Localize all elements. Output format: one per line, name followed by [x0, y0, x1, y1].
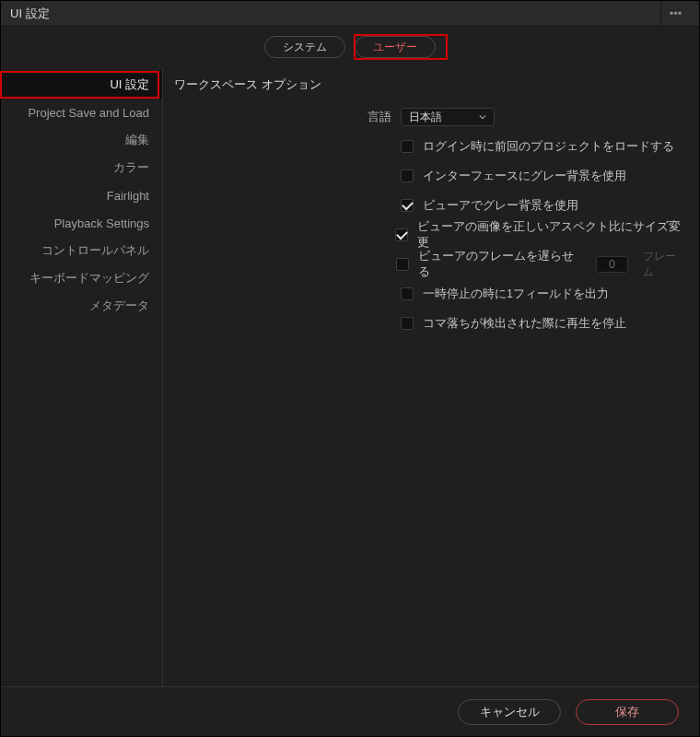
save-button[interactable]: 保存: [576, 699, 679, 725]
label-viewer-correct-aspect: ビューアの画像を正しいアスペクト比にサイズ変更: [417, 219, 686, 251]
settings-panel: ワークスペース オプション 言語 日本語 ログイン時に前回のプロジェクトをロード…: [162, 67, 686, 686]
sidebar-item-project-save-and-load[interactable]: Project Save and Load: [1, 99, 162, 126]
checkbox-viewer-gray-bg[interactable]: [401, 199, 414, 212]
sidebar-item-ui-settings[interactable]: UI 設定: [1, 71, 162, 99]
label-viewer-gray-bg: ビューアでグレー背景を使用: [423, 198, 578, 214]
sidebar: UI 設定 Project Save and Load 編集 カラー Fairl…: [1, 67, 162, 686]
sidebar-item-control-panel[interactable]: コントロールパネル: [1, 237, 162, 264]
delay-frames-unit: フレーム: [643, 249, 686, 280]
sidebar-item-metadata[interactable]: メタデータ: [1, 292, 162, 320]
tab-user[interactable]: ユーザー: [355, 36, 436, 58]
sidebar-item-keyboard-mapping[interactable]: キーボードマッピング: [1, 264, 162, 292]
section-title: ワークスペース オプション: [174, 76, 686, 93]
tab-strip: システム ユーザー: [1, 27, 699, 67]
tab-system[interactable]: システム: [264, 36, 345, 58]
checkbox-pause-output-field[interactable]: [401, 287, 414, 300]
language-value: 日本語: [409, 110, 442, 125]
label-pause-output-field: 一時停止の時に1フィールドを出力: [423, 287, 609, 302]
label-load-last-project: ログイン時に前回のプロジェクトをロードする: [423, 139, 674, 155]
checkbox-viewer-correct-aspect[interactable]: [395, 228, 408, 241]
titlebar: UI 設定 •••: [1, 1, 699, 27]
sidebar-item-playback-settings[interactable]: Playback Settings: [1, 209, 162, 237]
delay-frames-input[interactable]: 0: [596, 256, 628, 273]
label-delay-viewer-frames: ビューアのフレームを遅らせる: [418, 249, 582, 280]
checkbox-delay-viewer-frames[interactable]: [396, 258, 409, 271]
language-label: 言語: [172, 110, 391, 125]
language-select[interactable]: 日本語: [401, 108, 495, 126]
label-gray-interface: インターフェースにグレー背景を使用: [423, 169, 626, 184]
cancel-button[interactable]: キャンセル: [458, 699, 561, 725]
label-stop-on-drop: コマ落ちが検出された際に再生を停止: [423, 316, 626, 332]
sidebar-item-edit[interactable]: 編集: [1, 126, 162, 154]
chevron-down-icon: [479, 115, 486, 120]
checkbox-gray-interface[interactable]: [401, 170, 414, 182]
sidebar-item-fairlight[interactable]: Fairlight: [1, 181, 162, 209]
checkbox-stop-on-drop[interactable]: [401, 317, 414, 330]
checkbox-load-last-project[interactable]: [401, 140, 414, 153]
ellipsis-icon: •••: [670, 6, 682, 20]
window-title: UI 設定: [10, 6, 660, 22]
more-menu-button[interactable]: •••: [660, 1, 690, 26]
footer: キャンセル 保存: [1, 686, 699, 736]
sidebar-item-color[interactable]: カラー: [1, 154, 162, 181]
